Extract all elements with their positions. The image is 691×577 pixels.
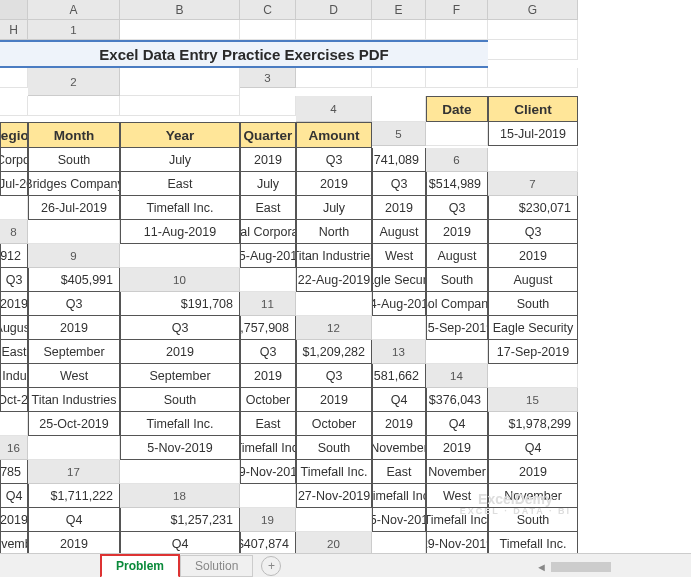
- cell-date[interactable]: 19-Nov-2019: [240, 460, 296, 484]
- cell-blank[interactable]: [120, 20, 240, 40]
- col-header-C[interactable]: C: [240, 0, 296, 20]
- cell-date[interactable]: 26-Jul-2019: [28, 196, 120, 220]
- cell-amount[interactable]: $376,043: [426, 388, 488, 412]
- horizontal-scroll[interactable]: ◄: [536, 561, 611, 573]
- cell-amount[interactable]: $1,148,912: [0, 244, 28, 268]
- cell-A8[interactable]: [28, 220, 120, 244]
- cell-region[interactable]: West: [28, 364, 120, 388]
- cell-month[interactable]: November: [426, 460, 488, 484]
- cell-month[interactable]: September: [28, 340, 120, 364]
- cell-amount[interactable]: $1,209,282: [296, 340, 372, 364]
- row-header-14[interactable]: 14: [426, 364, 488, 388]
- cell-year[interactable]: 2019: [0, 508, 28, 532]
- cell-region[interactable]: South: [488, 508, 578, 532]
- row-header-16[interactable]: 16: [0, 436, 28, 460]
- cell-quarter[interactable]: Q4: [28, 508, 120, 532]
- add-sheet-button[interactable]: +: [261, 556, 281, 576]
- cell-amount[interactable]: $405,991: [28, 268, 120, 292]
- cell-client[interactable]: Timefall Inc.: [296, 460, 372, 484]
- cell-month[interactable]: August: [426, 244, 488, 268]
- cell-amount[interactable]: $1,581,662: [372, 364, 426, 388]
- row-header-2[interactable]: 2: [28, 68, 120, 96]
- cell-date[interactable]: 15-Aug-2019: [240, 244, 296, 268]
- cell-month[interactable]: August: [488, 268, 578, 292]
- cell-amount[interactable]: $191,708: [120, 292, 240, 316]
- cell-amount[interactable]: $1,711,222: [28, 484, 120, 508]
- cell-region[interactable]: West: [372, 244, 426, 268]
- cell-month[interactable]: October: [240, 388, 296, 412]
- cell-client[interactable]: Timefall Inc.: [240, 436, 296, 460]
- cell-date[interactable]: 27-Nov-2019: [296, 484, 372, 508]
- cell-blank[interactable]: [488, 20, 578, 40]
- row-header-19[interactable]: 19: [240, 508, 296, 532]
- cell-year[interactable]: 2019: [426, 220, 488, 244]
- row-header-12[interactable]: 12: [296, 316, 372, 340]
- cell-amount[interactable]: $230,071: [488, 196, 578, 220]
- cell-client[interactable]: Titan Industries: [0, 364, 28, 388]
- table-header[interactable]: Month: [28, 122, 120, 148]
- cell-quarter[interactable]: Q3: [120, 316, 240, 340]
- cell-A18[interactable]: [240, 484, 296, 508]
- col-header-A[interactable]: A: [28, 0, 120, 20]
- tab-solution[interactable]: Solution: [180, 555, 253, 577]
- table-header[interactable]: Amount: [296, 122, 372, 148]
- cell-month[interactable]: August: [372, 220, 426, 244]
- cell-quarter[interactable]: Q3: [296, 364, 372, 388]
- cell-blank[interactable]: [28, 96, 120, 116]
- cell-month[interactable]: October: [296, 412, 372, 436]
- cell-blank[interactable]: [296, 20, 372, 40]
- cell-date[interactable]: 15-Sep-2019: [426, 316, 488, 340]
- col-header-D[interactable]: D: [296, 0, 372, 20]
- cell-date[interactable]: 11-Aug-2019: [120, 220, 240, 244]
- cell-A2[interactable]: [120, 68, 240, 96]
- cell-month[interactable]: November: [488, 484, 578, 508]
- cell-amount[interactable]: $914,785: [0, 460, 28, 484]
- row-header-15[interactable]: 15: [488, 388, 578, 412]
- cell-date[interactable]: 25-Oct-2019: [28, 412, 120, 436]
- cell-quarter[interactable]: Q4: [0, 484, 28, 508]
- cell-date[interactable]: 17-Sep-2019: [488, 340, 578, 364]
- cell-amount[interactable]: $1,741,089: [372, 148, 426, 172]
- row-header-17[interactable]: 17: [28, 460, 120, 484]
- cell-date[interactable]: 25-Nov-2019: [372, 508, 426, 532]
- table-header[interactable]: Region: [0, 122, 28, 148]
- cell-amount[interactable]: $1,257,231: [120, 508, 240, 532]
- row-header-18[interactable]: 18: [120, 484, 240, 508]
- cell-client[interactable]: Chiral Corporation: [240, 220, 296, 244]
- row-header-4[interactable]: 4: [296, 96, 372, 122]
- cell-client[interactable]: Eagle Security: [488, 316, 578, 340]
- cell-A16[interactable]: [28, 436, 120, 460]
- cell-date[interactable]: 24-Aug-2019: [372, 292, 426, 316]
- col-header-B[interactable]: B: [120, 0, 240, 20]
- cell-amount[interactable]: $1,978,299: [488, 412, 578, 436]
- cell-month[interactable]: July: [296, 196, 372, 220]
- cell-blank[interactable]: [240, 96, 296, 116]
- row-header-13[interactable]: 13: [372, 340, 426, 364]
- cell-quarter[interactable]: Q3: [426, 196, 488, 220]
- cell-region[interactable]: East: [120, 172, 240, 196]
- cell-A6[interactable]: [488, 148, 578, 172]
- cell-A5[interactable]: [426, 122, 488, 146]
- cell-year[interactable]: 2019: [372, 412, 426, 436]
- cell-blank[interactable]: [426, 20, 488, 40]
- table-header[interactable]: Quarter: [240, 122, 296, 148]
- cell-blank[interactable]: [488, 68, 578, 88]
- row-header-5[interactable]: 5: [372, 122, 426, 146]
- cell-date[interactable]: 16-Oct-2019: [0, 388, 28, 412]
- cell-blank[interactable]: [120, 96, 240, 116]
- cell-quarter[interactable]: Q4: [372, 388, 426, 412]
- cell-client[interactable]: Timefall Inc.: [426, 508, 488, 532]
- cell-date[interactable]: 5-Nov-2019: [120, 436, 240, 460]
- cell-year[interactable]: 2019: [372, 196, 426, 220]
- cell-region[interactable]: East: [0, 340, 28, 364]
- cell-A15[interactable]: [0, 412, 28, 436]
- cell-region[interactable]: East: [240, 412, 296, 436]
- cell-A14[interactable]: [488, 364, 578, 388]
- cell-client[interactable]: Timefall Inc.: [120, 196, 240, 220]
- cell-client[interactable]: ABC Corporation: [0, 148, 28, 172]
- cell-region[interactable]: South: [488, 292, 578, 316]
- cell-year[interactable]: 2019: [426, 436, 488, 460]
- cell-year[interactable]: 2019: [0, 292, 28, 316]
- cell-year[interactable]: 2019: [120, 340, 240, 364]
- row-header-8[interactable]: 8: [0, 220, 28, 244]
